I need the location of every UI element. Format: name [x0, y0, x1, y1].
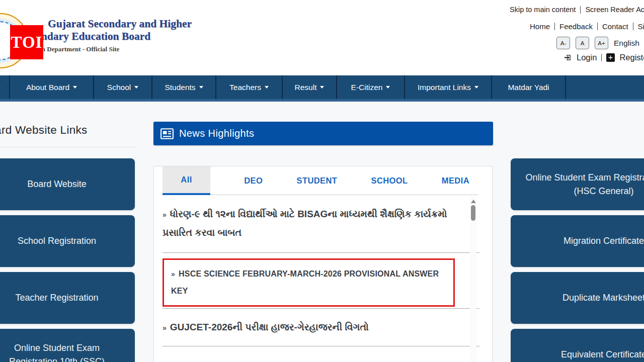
- separator: [633, 23, 633, 30]
- chevron-down-icon: [386, 86, 390, 88]
- news-item[interactable]: »ધોરણ-૯ થી ૧૨ના વિદ્યાર્થીઓ માટે BISAGના…: [163, 205, 462, 241]
- student-exam-registration-10th-button[interactable]: Online Student Exam Registration 10th (S…: [0, 329, 135, 362]
- equivalent-certificate-button[interactable]: Equivalent Certificate: [511, 329, 644, 362]
- newspaper-icon: [160, 128, 174, 139]
- contact-link[interactable]: Contact: [602, 22, 628, 31]
- feedback-link[interactable]: Feedback: [559, 22, 593, 31]
- login-icon: [564, 53, 572, 62]
- tab-school[interactable]: SCHOOL: [371, 166, 408, 195]
- screen-reader-link[interactable]: Screen Reader Access: [585, 6, 644, 14]
- news-card: All DEO STUDENT SCHOOL MEDIA »ધોરણ-૯ થી …: [153, 166, 493, 362]
- nav-item-matdar-yadi[interactable]: Matdar Yadi: [492, 75, 566, 99]
- tab-media[interactable]: MEDIA: [442, 166, 469, 195]
- news-item[interactable]: »GUJCET-2026ની પરીક્ષા હાજર-ગેરહાજરની વિ…: [163, 318, 462, 337]
- separator: [601, 54, 602, 61]
- font-language-row: A- A A+ English ગુજરાતી: [556, 37, 644, 49]
- news-item-highlighted[interactable]: »HSCE SCIENCE FEBRUARY-MARCH-2026 PROVIS…: [171, 265, 446, 300]
- student-exam-registration-12th-button[interactable]: Online Student Exam Registration 12th (H…: [511, 158, 644, 210]
- register-icon: [606, 53, 615, 62]
- sitemap-link[interactable]: Sitemap: [638, 22, 644, 31]
- separator: [554, 23, 555, 30]
- tab-student[interactable]: STUDENT: [297, 166, 338, 195]
- duplicate-marksheet-button[interactable]: Duplicate Marksheet: [511, 272, 644, 324]
- divider: [163, 252, 479, 253]
- toi-watermark: TOI: [10, 25, 43, 59]
- font-normal-button[interactable]: A: [576, 37, 589, 49]
- nav-item-e-citizen[interactable]: E-Citizen: [337, 75, 405, 99]
- separator: [597, 23, 598, 30]
- news-list: »ધોરણ-૯ થી ૧૨ના વિદ્યાર્થીઓ માટે BISAGના…: [154, 205, 492, 362]
- news-highlights-title: News Highlights: [179, 128, 254, 139]
- divider: [163, 346, 479, 346]
- nav-item-about-board[interactable]: About Board: [10, 75, 94, 99]
- teacher-registration-button[interactable]: Teacher Registration: [0, 272, 135, 324]
- tab-deo[interactable]: DEO: [244, 166, 263, 195]
- chevron-down-icon: [265, 86, 269, 88]
- language-english-link[interactable]: English: [614, 39, 639, 48]
- utility-links-row: Home Feedback Contact Sitemap: [530, 22, 644, 31]
- org-name-line1: Gujarat Secondary and Higher: [48, 18, 192, 30]
- divider: [0, 147, 136, 147]
- news-highlights-banner: News Highlights: [153, 122, 493, 145]
- separator: [580, 6, 581, 14]
- site-header: Gujarat Secondary and Higher Secondary E…: [0, 0, 644, 75]
- double-chevron-icon: »: [163, 211, 167, 219]
- scrollbar-thumb[interactable]: [471, 205, 475, 221]
- chevron-down-icon: [134, 86, 138, 88]
- skip-to-main-content-link[interactable]: Skip to main content: [510, 6, 576, 14]
- scroll-up-arrow-icon[interactable]: [471, 200, 476, 203]
- register-link[interactable]: Register: [619, 53, 644, 62]
- double-chevron-icon: »: [163, 324, 167, 332]
- nav-item-students[interactable]: Students: [152, 75, 216, 99]
- font-decrease-button[interactable]: A-: [556, 37, 570, 49]
- nav-item-important-links[interactable]: Important Links: [405, 75, 492, 99]
- auth-links-row: Login Register: [564, 53, 644, 62]
- login-link[interactable]: Login: [577, 53, 597, 62]
- news-scrollbar[interactable]: [470, 197, 476, 362]
- main-navigation: Home About Board School Students Teacher…: [0, 75, 644, 102]
- board-website-button[interactable]: Board Website: [0, 158, 135, 210]
- chevron-down-icon: [474, 86, 478, 88]
- accessibility-links-row: Skip to main content Screen Reader Acces…: [510, 6, 644, 14]
- migration-certificate-button[interactable]: Migration Certificate: [511, 215, 644, 267]
- highlighted-news-box: »HSCE SCIENCE FEBRUARY-MARCH-2026 PROVIS…: [163, 258, 455, 307]
- font-increase-button[interactable]: A+: [595, 37, 608, 49]
- news-item[interactable]: »Not Approved New School Application 24.…: [163, 357, 462, 362]
- nav-item-teachers[interactable]: Teachers: [216, 75, 283, 99]
- news-tabs-row: All DEO STUDENT SCHOOL MEDIA: [154, 166, 492, 195]
- home-link[interactable]: Home: [530, 22, 550, 31]
- chevron-down-icon: [199, 86, 203, 88]
- divider: [163, 308, 479, 309]
- tab-all[interactable]: All: [163, 166, 210, 195]
- main-content: Board Website Links Board Website School…: [0, 102, 644, 362]
- left-sidebar-title: Board Website Links: [0, 124, 88, 137]
- nav-item-result[interactable]: Result: [283, 75, 337, 99]
- chevron-down-icon: [73, 86, 77, 88]
- double-chevron-icon: »: [171, 270, 175, 278]
- chevron-down-icon: [320, 86, 324, 88]
- nav-item-school[interactable]: School: [94, 75, 152, 99]
- nav-item-home[interactable]: Home: [0, 75, 10, 99]
- school-registration-button[interactable]: School Registration: [0, 215, 135, 267]
